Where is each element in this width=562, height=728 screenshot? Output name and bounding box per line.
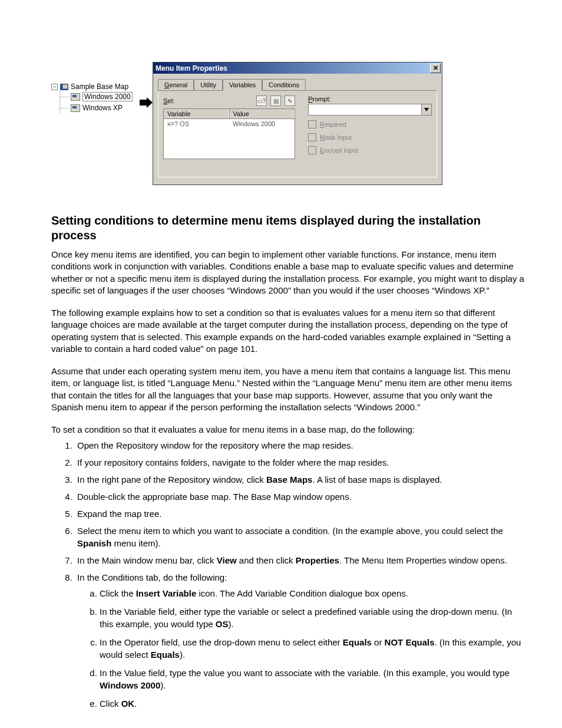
map-icon	[60, 84, 68, 90]
checkbox-icon	[308, 120, 316, 129]
encrypt-input-checkbox: Encrypt InputEncrypt Input	[308, 146, 432, 154]
copy-icon[interactable]: ▤	[270, 95, 281, 106]
collapse-icon[interactable]: −	[51, 84, 58, 90]
list-item: If your repository contains folders, nav…	[75, 456, 527, 469]
checkbox-icon	[308, 133, 316, 141]
cell-variable: x=? OS	[164, 119, 229, 129]
prompt-combo[interactable]	[308, 104, 432, 116]
ordered-substeps: Click the Insert Variable icon. The Add …	[77, 587, 527, 710]
list-item: Click OK.	[100, 697, 527, 710]
tab-variables[interactable]: Variables	[223, 79, 262, 91]
svg-marker-1	[424, 108, 429, 111]
list-item: In the Operator field, use the drop-down…	[100, 636, 527, 661]
tree-item-label: Windows XP	[82, 104, 123, 112]
paragraph: The following example explains how to se…	[51, 307, 527, 355]
col-value[interactable]: Value	[229, 109, 295, 118]
chevron-down-icon[interactable]	[421, 104, 431, 115]
dialog-titlebar: Menu Item Properties ✕	[153, 62, 442, 74]
mask-input-checkbox: Mask InputMask Input	[308, 133, 432, 141]
tree-view: − Sample Base Map Windows 2000 Windows X…	[51, 62, 140, 113]
tab-conditions[interactable]: Conditions	[262, 79, 306, 90]
list-item: Double-click the appropriate base map. T…	[75, 490, 527, 503]
prompt-label: Prompt:Prompt:	[308, 95, 432, 103]
paragraph: Assume that under each operating system …	[51, 365, 527, 413]
menu-item-properties-dialog: Menu Item Properties ✕ General Utility V…	[153, 62, 442, 185]
checkbox-icon	[308, 146, 316, 154]
list-item: In the Main window menu bar, click View …	[75, 554, 527, 566]
tree-item-windows-xp[interactable]: Windows XP	[60, 103, 140, 113]
list-item: In the Variable field, either type the v…	[100, 605, 527, 630]
list-item: In the right pane of the Repository wind…	[75, 473, 527, 486]
list-item: Open the Repository window for the repos…	[75, 439, 527, 452]
svg-marker-0	[140, 97, 153, 108]
cell-value: Windows 2000	[229, 119, 295, 129]
variables-grid[interactable]: Variable Value x=? OS Windows 2000	[163, 108, 295, 159]
dialog-title: Menu Item Properties	[156, 64, 227, 73]
col-variable[interactable]: Variable	[164, 109, 229, 118]
tab-utility[interactable]: Utility	[194, 79, 223, 90]
list-item: Expand the map tree.	[75, 508, 527, 520]
list-item: Click the Insert Variable icon. The Add …	[100, 587, 527, 599]
edit-icon[interactable]: ✎	[285, 95, 295, 106]
tab-general[interactable]: General	[158, 79, 194, 90]
paragraph: To set a condition so that it evaluates …	[51, 424, 527, 436]
set-label: Set:	[163, 97, 175, 104]
item-icon	[71, 104, 80, 112]
ordered-steps: Open the Repository window for the repos…	[51, 439, 527, 710]
new-variable-icon[interactable]: ▭?	[256, 95, 267, 106]
tree-item-label: Windows 2000	[82, 92, 133, 101]
figure: − Sample Base Map Windows 2000 Windows X…	[51, 0, 527, 203]
required-checkbox: RequiredRequired	[308, 120, 432, 129]
item-icon	[71, 93, 80, 101]
paragraph: Once key menu items are identified, you …	[51, 249, 527, 297]
tab-strip: General Utility Variables Conditions	[158, 77, 437, 91]
list-item: Select the menu item to which you want t…	[75, 525, 527, 549]
tree-item-windows-2000[interactable]: Windows 2000	[60, 91, 140, 103]
arrow-icon	[140, 62, 153, 108]
close-button[interactable]: ✕	[430, 64, 441, 73]
list-item: In the Conditions tab, do the following:…	[75, 571, 527, 710]
tree-root-label: Sample Base Map	[71, 83, 128, 91]
section-heading: Setting conditions to determine menu ite…	[51, 213, 527, 243]
tree-root[interactable]: − Sample Base Map	[51, 83, 140, 91]
table-row[interactable]: x=? OS Windows 2000	[164, 119, 295, 129]
list-item: In the Value field, type the value you w…	[100, 667, 527, 691]
